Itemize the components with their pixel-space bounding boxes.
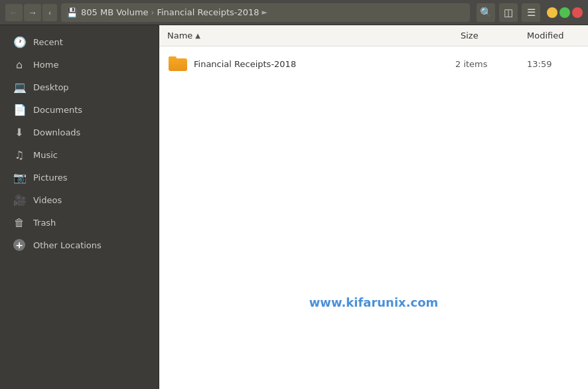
sidebar-item-music[interactable]: ♫ Music [3, 144, 156, 166]
watermark: www.kifarunix.com [309, 295, 439, 309]
maximize-button[interactable] [559, 7, 570, 18]
minimize-button[interactable] [547, 7, 557, 18]
menu-button[interactable]: ☰ [522, 3, 540, 22]
file-size: 2 items [455, 59, 522, 69]
sidebar-label-documents: Documents [33, 105, 82, 115]
home-icon: ⌂ [13, 58, 25, 71]
close-button[interactable] [572, 7, 583, 18]
file-list: Financial Receipts-2018 2 items 13:59 ww… [159, 46, 588, 389]
col-header-size[interactable]: Size [461, 31, 527, 40]
trash-icon: 🗑 [13, 216, 25, 229]
sidebar: 🕐 Recent ⌂ Home 💻 Desktop 📄 Documents ⬇ … [0, 25, 159, 389]
main-layout: 🕐 Recent ⌂ Home 💻 Desktop 📄 Documents ⬇ … [0, 25, 588, 389]
sidebar-label-music: Music [33, 150, 58, 160]
sidebar-label-home: Home [33, 60, 58, 70]
file-name: Financial Receipts-2018 [194, 59, 450, 69]
forward-button[interactable]: → [24, 4, 41, 21]
search-icon: 🔍 [480, 7, 492, 19]
breadcrumb-separator: › [151, 8, 155, 17]
column-headers: Name ▲ Size Modified [159, 25, 588, 46]
folder-icon-wrap [167, 54, 188, 73]
window-controls [547, 7, 583, 18]
sidebar-label-other-locations: Other Locations [33, 240, 102, 250]
grid-icon: ◫ [504, 7, 513, 19]
nav-buttons: ← → ‹ [5, 4, 57, 21]
breadcrumb-volume[interactable]: 💾 805 MB Volume [66, 7, 149, 18]
sidebar-item-documents[interactable]: 📄 Documents [3, 99, 156, 121]
toolbar-actions: 🔍 ◫ ☰ [477, 3, 540, 22]
scroll-left-button[interactable]: ‹ [42, 4, 57, 21]
folder-icon [169, 56, 187, 71]
sidebar-item-videos[interactable]: 🎥 Videos [3, 189, 156, 211]
search-button[interactable]: 🔍 [477, 3, 495, 22]
breadcrumb: 💾 805 MB Volume › Financial Receipts-201… [61, 3, 470, 22]
downloads-icon: ⬇ [13, 126, 25, 139]
sidebar-label-trash: Trash [33, 218, 56, 228]
sidebar-label-recent: Recent [33, 37, 63, 47]
sidebar-label-downloads: Downloads [33, 127, 80, 137]
breadcrumb-folder-item[interactable]: Financial Receipts-2018 ► [157, 7, 267, 17]
sidebar-item-downloads[interactable]: ⬇ Downloads [3, 121, 156, 143]
sidebar-item-recent[interactable]: 🕐 Recent [3, 31, 156, 53]
desktop-icon: 💻 [13, 81, 25, 94]
other-locations-add-icon: + [13, 239, 25, 251]
back-button[interactable]: ← [5, 4, 23, 21]
videos-icon: 🎥 [13, 194, 25, 206]
recent-icon: 🕐 [13, 36, 25, 48]
breadcrumb-folder-name: Financial Receipts-2018 [157, 7, 259, 17]
breadcrumb-expand-arrow[interactable]: ► [262, 8, 267, 17]
col-header-name[interactable]: Name ▲ [167, 31, 461, 40]
grid-view-button[interactable]: ◫ [499, 3, 518, 22]
documents-icon: 📄 [13, 104, 25, 116]
titlebar: ← → ‹ 💾 805 MB Volume › Financial Receip… [0, 0, 588, 25]
sidebar-item-home[interactable]: ⌂ Home [3, 54, 156, 76]
sidebar-item-pictures[interactable]: 📷 Pictures [3, 167, 156, 189]
sidebar-label-pictures: Pictures [33, 173, 67, 183]
sort-arrow-icon: ▲ [195, 32, 200, 39]
menu-icon: ☰ [527, 7, 536, 19]
sidebar-item-trash[interactable]: 🗑 Trash [3, 212, 156, 234]
table-row[interactable]: Financial Receipts-2018 2 items 13:59 [159, 50, 588, 77]
content-area: Name ▲ Size Modified Financial Receipts-… [159, 25, 588, 389]
volume-label: 805 MB Volume [81, 7, 149, 17]
pictures-icon: 📷 [13, 171, 25, 184]
file-modified: 13:59 [527, 59, 580, 69]
sidebar-label-desktop: Desktop [33, 82, 69, 92]
col-header-modified[interactable]: Modified [527, 31, 580, 40]
drive-icon: 💾 [66, 7, 78, 18]
music-icon: ♫ [13, 149, 25, 161]
sidebar-item-other-locations[interactable]: + Other Locations [3, 234, 156, 256]
sidebar-item-desktop[interactable]: 💻 Desktop [3, 76, 156, 98]
sidebar-label-videos: Videos [33, 195, 62, 205]
